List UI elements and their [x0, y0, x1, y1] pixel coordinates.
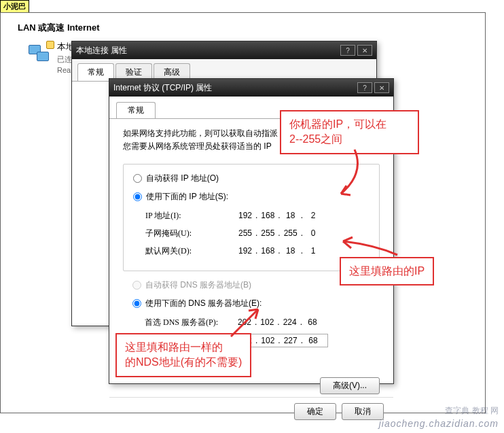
- radio-manual-dns[interactable]: 使用下面的 DNS 服务器地址(E):: [132, 298, 370, 309]
- radio-manual-dns-input[interactable]: [132, 299, 141, 308]
- label-mask: 子网掩码(U):: [145, 228, 234, 239]
- watermark-text: 查字典 教程 网: [445, 405, 499, 417]
- radio-auto-ip[interactable]: 自动获得 IP 地址(O): [133, 173, 370, 184]
- dns1-input[interactable]: 202. 102. 224. 68: [233, 316, 328, 328]
- titlebar[interactable]: Internet 协议 (TCP/IP) 属性 ? ✕: [109, 79, 393, 97]
- section-header: LAN 或高速 Internet: [18, 22, 100, 34]
- tab-general[interactable]: 常规: [116, 102, 156, 118]
- radio-manual-ip-input[interactable]: [133, 192, 142, 201]
- lock-icon: [46, 41, 54, 49]
- gateway-input[interactable]: 192. 168. 18. 1: [234, 245, 329, 257]
- close-button[interactable]: ✕: [357, 45, 372, 56]
- cancel-button[interactable]: 取消: [342, 403, 384, 420]
- radio-auto-dns-input: [132, 281, 141, 290]
- titlebar[interactable]: 本地连接 属性 ? ✕: [72, 41, 376, 59]
- window-title: 本地连接 属性: [76, 45, 127, 56]
- label-ip: IP 地址(I):: [145, 210, 234, 222]
- callout-router-ip: 这里填路由的IP: [340, 257, 434, 285]
- network-icon: [27, 41, 54, 68]
- radio-auto-ip-input[interactable]: [133, 174, 142, 183]
- ip-address-input[interactable]: 192. 168. 18. 2: [234, 209, 329, 222]
- callout-ip-range: 你机器的IP，可以在 2--255之间: [280, 110, 419, 154]
- help-button[interactable]: ?: [357, 82, 372, 93]
- radio-auto-dns: 自动获得 DNS 服务器地址(B): [132, 279, 370, 291]
- radio-manual-ip[interactable]: 使用下面的 IP 地址(S):: [133, 191, 370, 203]
- window-title: Internet 协议 (TCP/IP) 属性: [113, 82, 212, 94]
- corner-tag: 小泥巴: [0, 0, 29, 13]
- callout-dns: 这里填和路由一样的 的NDS地址(有的不需要): [115, 333, 251, 377]
- help-button[interactable]: ?: [340, 45, 355, 56]
- ip-group: 自动获得 IP 地址(O) 使用下面的 IP 地址(S): IP 地址(I): …: [123, 164, 380, 271]
- label-dns1: 首选 DNS 服务器(P):: [145, 317, 233, 328]
- ok-button[interactable]: 确定: [294, 403, 336, 420]
- subnet-mask-input[interactable]: 255. 255. 255. 0: [234, 227, 329, 239]
- label-gateway: 默认网关(D):: [145, 245, 234, 257]
- watermark-url: jiaocheng.chazidian.com: [379, 418, 499, 429]
- close-button[interactable]: ✕: [374, 82, 389, 93]
- advanced-button[interactable]: 高级(V)...: [320, 377, 380, 394]
